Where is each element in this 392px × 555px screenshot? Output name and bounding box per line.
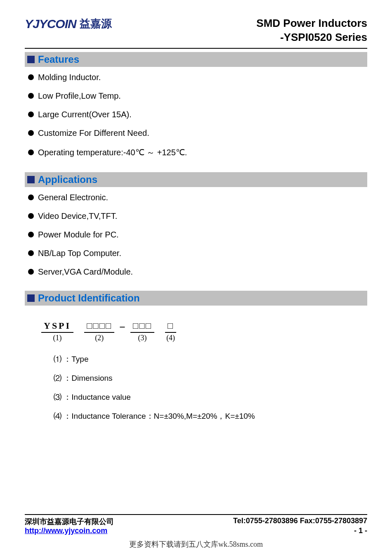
circle-bullet-icon (28, 250, 34, 256)
circle-bullet-icon (28, 74, 34, 80)
list-item-text: NB/Lap Top Computer. (38, 249, 121, 258)
list-item: General Electronic. (28, 193, 367, 202)
circle-bullet-icon (28, 213, 34, 219)
list-item-text: Low Profile,Low Temp. (38, 91, 121, 101)
id-group-2: □□□□ (2) (84, 320, 114, 342)
doc-title-line2: -YSPI0520 Series (256, 31, 367, 45)
doc-title-line1: SMD Power Inductors (256, 17, 367, 31)
square-bullet-icon (27, 294, 35, 302)
list-item-text: General Electronic. (38, 193, 108, 202)
square-bullet-icon (27, 56, 35, 63)
id-group-1: YSPI (1) (41, 320, 73, 342)
list-item: Molding Inductor. (28, 73, 367, 82)
list-item-text: Server,VGA Card/Module. (38, 267, 133, 277)
logo-cn-text: 益嘉源 (80, 17, 112, 31)
footer: 深圳市益嘉源电子有限公司 Tel:0755-27803896 Fax:0755-… (25, 514, 367, 535)
circle-bullet-icon (28, 149, 34, 155)
id-legend: ⑴ ：Type ⑵ ：Dimensions ⑶ ：Inductance valu… (41, 354, 367, 422)
list-item-text: Video Device,TV,TFT. (38, 211, 117, 221)
id-legend-text: ：Inductance value (64, 393, 131, 401)
circle-bullet-icon (28, 130, 34, 136)
id-scheme-row: YSPI (1) □□□□ (2) − □□□ (3) □ (4) (41, 320, 367, 342)
list-item-text: Large Current(Over 15A). (38, 110, 132, 119)
circle-bullet-icon (28, 269, 34, 275)
footer-line1: 深圳市益嘉源电子有限公司 Tel:0755-27803896 Fax:0755-… (25, 517, 367, 527)
features-list: Molding Inductor. Low Profile,Low Temp. … (25, 73, 367, 170)
watermark-text: 更多资料下载请到五八文库wk.58sms.com (0, 539, 392, 549)
list-item: Large Current(Over 15A). (28, 110, 367, 119)
id-top-4: □ (165, 320, 176, 333)
id-legend-num: ⑴ (54, 355, 61, 363)
id-scheme: YSPI (1) □□□□ (2) − □□□ (3) □ (4) (41, 320, 367, 342)
applications-list: General Electronic. Video Device,TV,TFT.… (25, 193, 367, 288)
list-item: Server,VGA Card/Module. (28, 267, 367, 277)
list-item-text: Customize For Different Need. (38, 128, 149, 138)
list-item-text: Molding Inductor. (38, 73, 101, 82)
circle-bullet-icon (28, 232, 34, 237)
id-label-2: (2) (95, 334, 104, 342)
list-item: NB/Lap Top Computer. (28, 249, 367, 258)
list-item: Customize For Different Need. (28, 128, 367, 138)
id-dash: − (119, 320, 125, 334)
id-label-3: (3) (138, 334, 147, 342)
id-legend-item: ⑵ ：Dimensions (54, 373, 367, 384)
id-top-1: YSPI (41, 320, 73, 333)
document-title: SMD Power Inductors -YSPI0520 Series (256, 17, 367, 45)
circle-bullet-icon (28, 194, 34, 200)
id-legend-text: ：Type (64, 355, 88, 363)
logo: YJYCOIN 益嘉源 (25, 17, 112, 31)
section-title-features: Features (38, 54, 79, 65)
id-top-3: □□□ (130, 320, 154, 333)
section-header-identification: Product Identification (25, 291, 367, 306)
circle-bullet-icon (28, 93, 34, 99)
id-label-1: (1) (53, 334, 62, 342)
list-item: Video Device,TV,TFT. (28, 211, 367, 221)
id-group-4: □ (4) (165, 320, 176, 342)
id-legend-text: ：Inductance Tolerance：N=±30%,M=±20%，K=±1… (64, 412, 255, 420)
section-title-identification: Product Identification (38, 292, 140, 304)
circle-bullet-icon (28, 111, 34, 117)
list-item-text: Operating temperature:-40℃ ～ +125℃. (38, 147, 187, 158)
footer-line2: http://www.yjycoin.com - 1 - (25, 527, 367, 535)
footer-divider (25, 514, 367, 515)
header-divider (25, 48, 367, 49)
header-row: YJYCOIN 益嘉源 SMD Power Inductors -YSPI052… (25, 17, 367, 45)
identification-block: YSPI (1) □□□□ (2) − □□□ (3) □ (4) (25, 311, 367, 422)
page-container: YJYCOIN 益嘉源 SMD Power Inductors -YSPI052… (0, 0, 392, 555)
id-legend-num: ⑶ (54, 393, 61, 401)
id-label-4: (4) (166, 334, 175, 342)
footer-url-link[interactable]: http://www.yjycoin.com (25, 527, 107, 535)
id-legend-item: ⑶ ：Inductance value (54, 392, 367, 403)
list-item-text: Power Module for PC. (38, 230, 119, 240)
id-legend-num: ⑷ (54, 412, 61, 420)
id-legend-item: ⑴ ：Type (54, 354, 367, 365)
footer-page-number: - 1 - (354, 527, 367, 535)
id-legend-item: ⑷ ：Inductance Tolerance：N=±30%,M=±20%，K=… (54, 411, 367, 422)
list-item: Operating temperature:-40℃ ～ +125℃. (28, 147, 367, 158)
id-group-3: □□□ (3) (130, 320, 154, 342)
id-legend-num: ⑵ (54, 374, 61, 382)
section-header-applications: Applications (25, 172, 367, 187)
list-item: Power Module for PC. (28, 230, 367, 240)
logo-main-text: YJYCOIN (25, 17, 76, 31)
section-header-features: Features (25, 52, 367, 67)
square-bullet-icon (27, 176, 35, 183)
id-legend-text: ：Dimensions (64, 374, 112, 382)
footer-contact: Tel:0755-27803896 Fax:0755-27803897 (233, 517, 367, 527)
list-item: Low Profile,Low Temp. (28, 91, 367, 101)
footer-company: 深圳市益嘉源电子有限公司 (25, 517, 114, 527)
id-top-2: □□□□ (84, 320, 114, 333)
section-title-applications: Applications (38, 174, 97, 185)
